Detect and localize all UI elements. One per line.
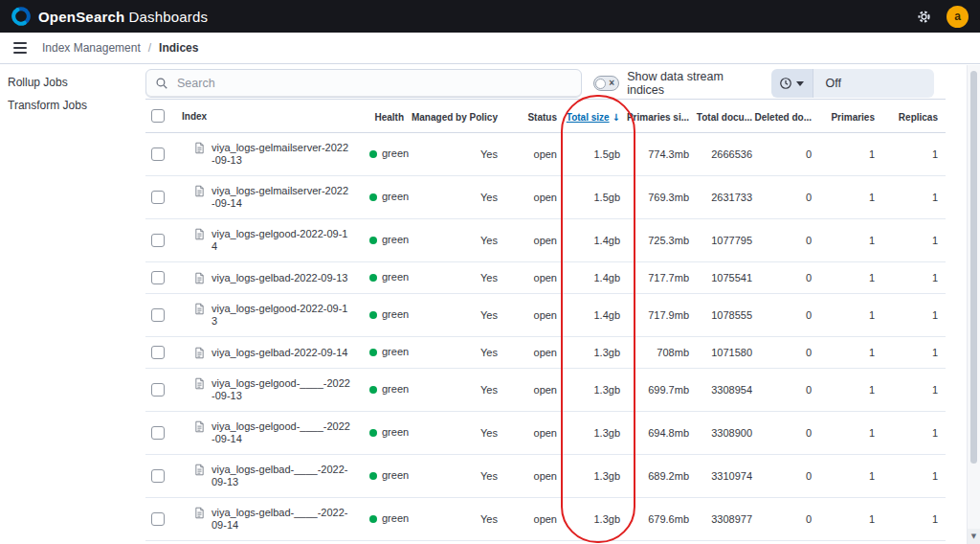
- health-dot-icon: [369, 274, 377, 282]
- index-cell: viya_logs-gelbad-____-2022-09-13: [174, 455, 362, 498]
- data-stream-toggle-label[interactable]: Show data stream indices: [627, 70, 759, 97]
- status-cell: open: [505, 219, 565, 262]
- total-documents-cell: 2631733: [697, 176, 760, 219]
- app-title: OpenSearchDashboards: [38, 9, 208, 25]
- row-select-cell: [145, 176, 174, 219]
- indices-table: Index Health Managed by Policy Status: [145, 99, 946, 544]
- table-row: viya_logs-gelbad-2022-09-14greenYesopen1…: [145, 337, 946, 369]
- row-checkbox[interactable]: [151, 346, 165, 359]
- total-size-cell: 1.4gb: [565, 219, 628, 262]
- column-header-managed-by-policy[interactable]: Managed by Policy: [412, 100, 505, 133]
- deleted-documents-cell: 0: [760, 219, 819, 262]
- health-label: green: [382, 191, 409, 203]
- row-select-cell: [145, 219, 174, 262]
- breadcrumb-index-management[interactable]: Index Management: [42, 41, 141, 55]
- row-checkbox[interactable]: [151, 234, 165, 247]
- row-select-cell: [145, 369, 174, 412]
- total-size-cell: 1.3gb: [565, 412, 628, 455]
- row-checkbox[interactable]: [151, 469, 165, 483]
- row-checkbox[interactable]: [151, 191, 165, 204]
- status-cell: open: [505, 412, 565, 455]
- data-stream-toggle[interactable]: ×: [593, 76, 619, 91]
- row-checkbox[interactable]: [151, 383, 165, 397]
- health-cell: green: [362, 337, 412, 369]
- sidebar-item-transform-jobs[interactable]: Transform Jobs: [8, 97, 138, 114]
- row-checkbox[interactable]: [151, 147, 165, 161]
- primaries-cell: 1: [819, 412, 882, 455]
- column-header-index[interactable]: Index: [174, 100, 362, 133]
- scrollbar-down-arrow[interactable]: ▼: [968, 529, 980, 544]
- status-cell: open: [505, 337, 565, 369]
- table-row: viya_logs-gelbad-2022-09-13greenYesopen1…: [145, 262, 946, 294]
- column-header-total-documents[interactable]: Total docu...: [697, 100, 760, 133]
- table-row: viya_logs-gelgood-2022-09-13greenYesopen…: [145, 294, 946, 337]
- breadcrumb: Index Management / Indices: [42, 41, 198, 55]
- column-header-total-size[interactable]: Total size↓: [565, 100, 628, 133]
- total-documents-cell: 3308954: [697, 369, 760, 412]
- deleted-documents-cell: 0: [760, 369, 819, 412]
- deleted-documents-cell: 0: [760, 133, 819, 176]
- primaries-cell: 1: [819, 498, 882, 541]
- managed-by-policy-cell: Yes: [412, 337, 505, 369]
- managed-by-policy-cell: Yes: [412, 176, 505, 219]
- health-dot-icon: [369, 311, 377, 319]
- primaries-size-cell: 717.9mb: [628, 294, 697, 337]
- row-checkbox[interactable]: [151, 308, 165, 322]
- opensearch-home-link[interactable]: OpenSearchDashboards: [11, 7, 208, 26]
- refresh-interval-button[interactable]: [771, 69, 813, 98]
- column-header-primaries[interactable]: Primaries: [819, 100, 882, 133]
- index-name: viya_logs-gelgood-____-2022-09-13: [212, 377, 351, 402]
- managed-by-policy-cell: Yes: [412, 369, 505, 412]
- column-header-status[interactable]: Status: [505, 100, 565, 133]
- row-checkbox[interactable]: [151, 512, 165, 526]
- health-label: green: [382, 469, 409, 482]
- refresh-interval-value[interactable]: Off: [813, 69, 935, 98]
- menu-toggle-icon[interactable]: [11, 38, 29, 57]
- health-label: green: [382, 147, 409, 160]
- total-documents-cell: 3308977: [697, 498, 760, 541]
- table-row: viya_logs-gelgood-____-2022-09-13greenYe…: [145, 369, 946, 412]
- total-size-cell: 1.3gb: [565, 337, 628, 369]
- document-icon: [193, 303, 206, 315]
- index-name: viya_logs-gelmailserver-2022-09-13: [212, 142, 351, 167]
- total-documents-cell: 3310974: [697, 455, 760, 498]
- replicas-cell: 1: [882, 412, 946, 455]
- status-cell: open: [505, 498, 565, 541]
- toggle-off-icon: ×: [606, 79, 617, 88]
- clock-icon: [779, 77, 792, 90]
- status-cell: open: [505, 262, 565, 294]
- health-label: green: [382, 346, 409, 358]
- column-header-deleted-documents[interactable]: Deleted do...: [760, 100, 819, 133]
- scrollbar-thumb[interactable]: [970, 71, 977, 464]
- vertical-scrollbar[interactable]: ▼: [967, 65, 980, 544]
- row-checkbox[interactable]: [151, 426, 165, 440]
- deleted-documents-cell: 0: [760, 412, 819, 455]
- row-select-cell: [145, 498, 174, 541]
- row-checkbox[interactable]: [151, 271, 165, 284]
- primaries-size-cell: 769.3mb: [628, 176, 697, 219]
- sidebar-item-rollup-jobs[interactable]: Rollup Jobs: [8, 74, 138, 91]
- health-label: green: [382, 234, 409, 246]
- index-name: viya_logs-gelgood-2022-09-14: [212, 228, 351, 253]
- health-dot-icon: [369, 429, 377, 437]
- replicas-cell: 1: [882, 133, 946, 176]
- column-header-replicas[interactable]: Replicas: [882, 100, 946, 133]
- document-icon: [193, 228, 206, 240]
- settings-icon[interactable]: [917, 10, 931, 24]
- table-row: viya_logs-gelmailserver-2022-09-14greenY…: [145, 176, 946, 219]
- column-header-primaries-size[interactable]: Primaries si...: [628, 100, 697, 133]
- sidebar: Rollup Jobs Transform Jobs: [0, 64, 145, 544]
- primaries-size-cell: 717.7mb: [628, 262, 697, 294]
- health-label: green: [382, 383, 409, 396]
- total-size-cell: 1.3gb: [565, 369, 628, 412]
- select-all-checkbox[interactable]: [151, 109, 165, 123]
- column-header-health[interactable]: Health: [362, 100, 412, 133]
- document-icon: [193, 507, 206, 519]
- row-select-cell: [145, 455, 174, 498]
- index-cell: viya_logs-gelgood-2022-09-14: [174, 219, 362, 262]
- managed-by-policy-cell: Yes: [412, 133, 505, 176]
- status-cell: open: [505, 176, 565, 219]
- search-input[interactable]: [175, 76, 572, 91]
- user-avatar[interactable]: a: [947, 6, 969, 28]
- status-cell: open: [505, 369, 565, 412]
